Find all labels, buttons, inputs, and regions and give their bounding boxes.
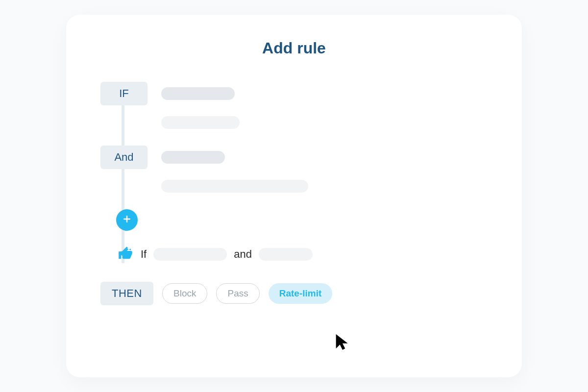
condition-row-if: IF <box>100 82 492 105</box>
plus-icon <box>122 214 132 226</box>
then-row: THEN Block Pass Rate-limit <box>100 282 492 305</box>
rule-body: IF And <box>96 82 492 305</box>
add-condition-button[interactable] <box>116 209 138 231</box>
condition-if-value-row <box>161 116 492 129</box>
cursor-icon <box>335 332 350 354</box>
action-block-button[interactable]: Block <box>162 283 207 304</box>
and-tag: And <box>100 146 147 169</box>
condition-value-placeholder[interactable] <box>161 180 308 193</box>
rule-card: Add rule IF And <box>66 15 522 377</box>
action-rate-limit-button[interactable]: Rate-limit <box>269 283 333 304</box>
summary-and-word: and <box>234 248 252 261</box>
condition-field-placeholder[interactable] <box>161 87 235 100</box>
condition-and-value-row <box>161 180 492 193</box>
condition-field-placeholder[interactable] <box>161 151 225 164</box>
then-tag: THEN <box>100 282 153 305</box>
action-pass-button[interactable]: Pass <box>216 283 259 304</box>
hand-pointer-icon <box>117 246 134 263</box>
rule-summary-row: If and <box>117 245 492 263</box>
if-tag: IF <box>100 82 147 105</box>
condition-row-and: And <box>100 146 492 169</box>
card-title: Add rule <box>96 39 492 57</box>
summary-placeholder <box>259 248 313 261</box>
condition-value-placeholder[interactable] <box>161 116 240 129</box>
condition-connector-line <box>122 101 124 263</box>
summary-placeholder <box>153 248 227 261</box>
summary-if-word: If <box>141 248 147 261</box>
